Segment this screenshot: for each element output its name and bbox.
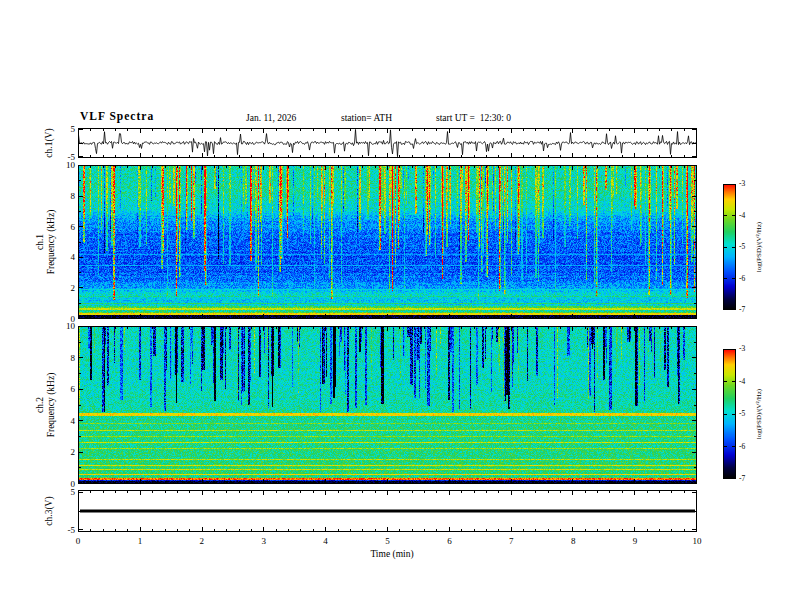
colorbar1-tick-label: -4: [739, 212, 745, 220]
ch1-spectrogram-canvas: [78, 165, 697, 319]
x-tick-label: 7: [509, 537, 514, 546]
ch1-waveform-canvas: [78, 128, 697, 158]
x-tick-label: 10: [693, 537, 702, 546]
colorbar1-tick-label: -3: [739, 180, 745, 188]
header-station: station= ATH: [341, 113, 392, 123]
vlf-spectra-figure: VLF Spectra Jan. 11, 2026 station= ATH s…: [0, 0, 792, 612]
x-axis-label: Time (min): [370, 549, 413, 559]
colorbar2-tick-label: -6: [739, 443, 745, 451]
spec1-ytick-label: 4: [56, 253, 75, 262]
ch2-spectrogram-canvas: [78, 326, 697, 484]
x-tick-label: 9: [633, 537, 638, 546]
colorbar2-label: log(PSD)/(V²/Hz): [755, 389, 763, 439]
figure-title: VLF Spectra: [80, 110, 154, 122]
ch1-frequency-units-label: Frequency (kHz): [46, 210, 57, 275]
header-date: Jan. 11, 2026: [246, 113, 296, 123]
spec2-ytick-label: 10: [56, 322, 75, 331]
x-tick-label: 8: [571, 537, 576, 546]
x-tick-label: 5: [385, 537, 390, 546]
wave1-ytick-label: -5: [56, 152, 75, 161]
spec1-ytick-label: 2: [56, 284, 75, 293]
spec2-ytick-label: 2: [56, 448, 75, 457]
colorbar2-tick-label: -3: [739, 345, 745, 353]
ch2-frequency-axis-label: ch.2 Frequency (kHz): [35, 373, 58, 438]
colorbar2-tick-label: -7: [739, 475, 745, 483]
spec2-ytick-label: 4: [56, 416, 75, 425]
spec2-ytick-label: 6: [56, 385, 75, 394]
x-tick-label: 2: [200, 537, 205, 546]
colorbar1-label: log(PSD)/(V²/Hz): [755, 222, 763, 272]
header-start-ut: start UT = 12:30: 0: [436, 113, 511, 123]
colorbar2-tick-label: -5: [739, 410, 745, 418]
ch2-frequency-units-label: Frequency (kHz): [46, 373, 57, 438]
spec1-ytick-label: 6: [56, 222, 75, 231]
colorbar-ch2-canvas: [723, 349, 736, 479]
spec1-ytick-label: 10: [56, 161, 75, 170]
x-tick-label: 3: [261, 537, 266, 546]
ch3-ytick-label: 5: [56, 487, 75, 496]
colorbar-ch1-canvas: [723, 184, 736, 310]
ch2-channel-label: ch.2: [35, 373, 46, 438]
x-tick-label: 4: [323, 537, 328, 546]
wave1-ytick-label: 5: [56, 125, 75, 134]
colorbar1-tick-label: -7: [739, 306, 745, 314]
ch3-voltage-axis-label: ch.3(V): [44, 496, 55, 525]
x-tick-label: 6: [447, 537, 452, 546]
colorbar1-tick-label: -5: [739, 243, 745, 251]
ch1-voltage-axis-label: ch.1(V): [44, 128, 55, 157]
x-tick-label: 1: [138, 537, 143, 546]
colorbar1-tick-label: -6: [739, 275, 745, 283]
ch3-waveform-canvas: [78, 490, 697, 532]
colorbar2-tick-label: -4: [739, 378, 745, 386]
spec2-ytick-label: 8: [56, 353, 75, 362]
x-tick-label: 0: [76, 537, 81, 546]
ch1-frequency-axis-label: ch.1 Frequency (kHz): [35, 210, 58, 275]
ch1-channel-label: ch.1: [35, 210, 46, 275]
spec1-ytick-label: 8: [56, 191, 75, 200]
ch3-ytick-label: -5: [56, 526, 75, 535]
